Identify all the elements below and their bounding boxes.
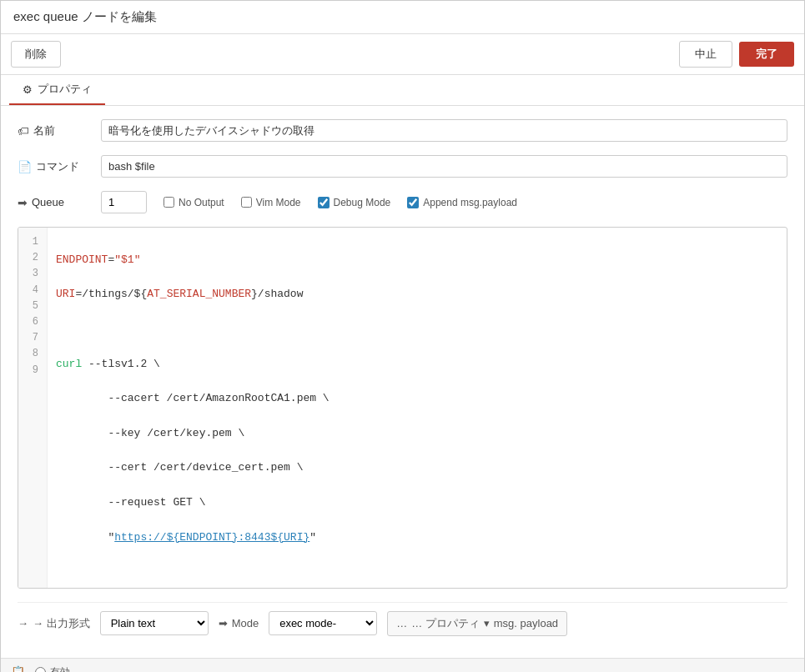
page-title: exec queue ノードを編集: [13, 9, 792, 25]
properties-panel: 🏷 名前 📄 コマンド ➡ Queue No Output: [1, 106, 804, 658]
line-numbers: 1 2 3 4 5 6 7 8 9: [18, 228, 48, 588]
command-row: 📄 コマンド: [18, 155, 787, 178]
queue-row: ➡ Queue No Output Vim Mode Debug Mode: [18, 191, 787, 213]
cancel-button[interactable]: 中止: [679, 41, 732, 68]
append-msg-label: Append msg.payload: [423, 197, 517, 208]
vim-mode-label: Vim Mode: [256, 197, 301, 208]
options-row: No Output Vim Mode Debug Mode Append msg…: [164, 197, 787, 208]
clipboard-icon: 📋: [11, 665, 25, 672]
no-output-label: No Output: [179, 197, 224, 208]
output-row: → → 出力形式 Plain text Parsed JSON Binary B…: [18, 602, 787, 644]
debug-mode-checkbox[interactable]: [318, 197, 330, 208]
chevron-down-icon: ▾: [484, 617, 490, 629]
queue-label: ➡ Queue: [18, 196, 101, 209]
no-output-checkbox[interactable]: [164, 197, 174, 208]
no-output-option[interactable]: No Output: [164, 197, 224, 208]
status-bar: 📋 有効: [1, 658, 804, 672]
append-msg-checkbox[interactable]: [407, 197, 419, 208]
status-radio-input[interactable]: [35, 667, 46, 672]
dots-icon: …: [396, 617, 407, 629]
code-editor[interactable]: 1 2 3 4 5 6 7 8 9 ENDPOINT="$1" URI=/thi…: [18, 227, 787, 589]
tag-icon: 🏷: [18, 124, 29, 138]
command-label: 📄 コマンド: [18, 159, 101, 174]
title-bar: exec queue ノードを編集: [1, 1, 804, 34]
tab-properties[interactable]: ⚙ プロパティ: [9, 75, 105, 105]
queue-icon: ➡: [18, 196, 28, 209]
mode-arrow-icon: ➡: [219, 617, 228, 629]
props-value: msg. payload: [494, 617, 558, 629]
gear-icon: ⚙: [23, 83, 33, 96]
status-radio[interactable]: 有効: [35, 665, 70, 672]
output-format-label: → → 出力形式: [18, 616, 90, 631]
props-label[interactable]: … … プロパティ ▾ msg. payload: [387, 611, 567, 636]
props-text: … プロパティ: [411, 616, 480, 631]
append-msg-option[interactable]: Append msg.payload: [407, 197, 517, 208]
output-format-select[interactable]: Plain text Parsed JSON Binary Buffer: [100, 611, 209, 635]
toolbar: 削除 中止 完了: [1, 34, 804, 75]
vim-mode-option[interactable]: Vim Mode: [241, 197, 301, 208]
command-input[interactable]: [101, 155, 787, 178]
file-icon: 📄: [18, 160, 32, 173]
tab-bar: ⚙ プロパティ: [1, 75, 804, 106]
done-button[interactable]: 完了: [739, 42, 794, 67]
name-row: 🏷 名前: [18, 119, 787, 142]
name-input[interactable]: [101, 119, 787, 142]
vim-mode-checkbox[interactable]: [241, 197, 252, 208]
debug-mode-option[interactable]: Debug Mode: [318, 197, 391, 208]
status-label: 有効: [50, 665, 70, 672]
name-label: 🏷 名前: [18, 123, 101, 138]
arrow-right-icon: →: [18, 617, 28, 629]
mode-select[interactable]: exec mode- spawn mode: [269, 611, 377, 635]
code-content[interactable]: ENDPOINT="$1" URI=/things/${AT_SERIAL_NU…: [48, 228, 787, 588]
debug-mode-label: Debug Mode: [334, 197, 391, 208]
tab-properties-label: プロパティ: [38, 82, 92, 97]
mode-label: ➡ Mode: [219, 617, 259, 629]
queue-input[interactable]: [101, 191, 147, 213]
delete-button[interactable]: 削除: [11, 41, 61, 68]
